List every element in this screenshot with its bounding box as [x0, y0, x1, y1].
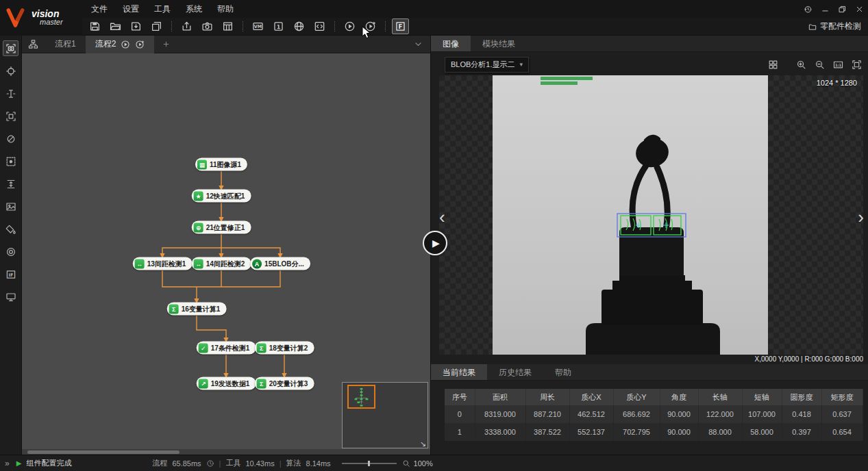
run-flow-continuous-icon[interactable]	[135, 40, 145, 49]
next-image-icon[interactable]: ›	[858, 208, 864, 226]
tab-image[interactable]: 图像	[431, 36, 471, 51]
compare-button[interactable]	[767, 58, 780, 71]
image-tab-bar: 图像 模块结果	[431, 36, 868, 52]
project-selector[interactable]: 零配件检测	[808, 21, 861, 32]
blob-tool-button[interactable]	[3, 153, 18, 169]
flow-node-13[interactable]: ↔13间距检测1	[133, 257, 193, 270]
caliper-button[interactable]	[3, 176, 18, 192]
table-row[interactable]: 08319.000887.210462.512686.69290.000122.…	[445, 405, 863, 423]
mouse-cursor	[362, 26, 371, 39]
toolbar-separator	[385, 21, 386, 31]
menu-help[interactable]: 帮助	[210, 0, 241, 18]
zoom-out-button[interactable]	[813, 58, 826, 71]
image-viewport[interactable]: 1024 * 1280	[439, 75, 863, 355]
ellipse-tool-button[interactable]	[3, 244, 18, 259]
flow-node-19[interactable]: ↗19发送数据1	[197, 377, 256, 390]
flow-node-17[interactable]: ✓17条件检测1	[197, 342, 256, 355]
flow-canvas[interactable]: ↘ ▦11图像源1★12快速匹配1⊕21位置修正1↔13间距检测1↔14间距检测…	[22, 53, 430, 455]
minimize-button[interactable]	[817, 0, 834, 18]
flow-node-18[interactable]: Σ18变量计算2	[255, 342, 314, 355]
node-icon: Σ	[257, 343, 266, 353]
flow-editor: 流程1 流程2	[22, 36, 430, 455]
logo-v-icon	[5, 7, 29, 29]
flow-node-20[interactable]: Σ20变量计算3	[255, 377, 314, 390]
add-flow-icon[interactable]	[162, 40, 170, 48]
script-button[interactable]	[311, 18, 328, 34]
tab-history-results[interactable]: 历史结果	[487, 364, 543, 380]
roi-tool-button[interactable]	[3, 108, 18, 124]
display-source-dropdown[interactable]: BLOB分析1.显示二 ▾	[445, 57, 529, 73]
tab-flow-2[interactable]: 流程2	[86, 36, 155, 53]
slider-thumb[interactable]	[368, 461, 370, 466]
tab-module-results[interactable]: 模块结果	[471, 36, 527, 51]
global-comm-button[interactable]	[290, 18, 308, 34]
tab-flow-1[interactable]: 流程1	[45, 36, 86, 53]
save-all-button[interactable]	[148, 18, 165, 34]
flow-node-14[interactable]: ↔14间距检测2	[192, 257, 251, 270]
canvas-zoom-slider[interactable]	[342, 459, 397, 468]
prev-image-icon[interactable]: ‹	[439, 208, 445, 226]
col-header: 面积	[475, 389, 525, 405]
flow-node-15[interactable]: A15BLOB分...	[250, 257, 310, 270]
menu-bar: 文件设置工具系统帮助	[84, 0, 241, 18]
history-button[interactable]	[799, 0, 817, 18]
flow-node-16[interactable]: Σ16变量计算1	[167, 303, 227, 316]
table-cell: 88.000	[698, 423, 742, 441]
expand-status-icon[interactable]: »	[5, 459, 10, 468]
tab-current-results[interactable]: 当前结果	[431, 364, 487, 380]
menu-system[interactable]: 系统	[178, 0, 210, 18]
run-flow-button[interactable]: ▶	[423, 231, 447, 255]
close-button[interactable]	[851, 0, 868, 18]
collapse-flow-icon[interactable]	[413, 39, 423, 49]
run-flow-once-icon[interactable]	[121, 40, 130, 49]
camera-source-button[interactable]	[3, 40, 18, 56]
tab-help[interactable]: 帮助	[543, 364, 583, 380]
minimap-viewport[interactable]	[347, 385, 375, 409]
run-once-button[interactable]	[341, 18, 358, 34]
col-header: 序号	[445, 389, 475, 405]
flow-list-icon[interactable]	[28, 39, 38, 49]
algo-time-value: 8.14ms	[306, 459, 331, 468]
flow-node-21[interactable]: ⊕21位置修正1	[192, 221, 251, 234]
scrollbar-thumb[interactable]	[27, 450, 179, 454]
position-tool-button[interactable]	[3, 86, 18, 101]
image-process-button[interactable]	[3, 199, 18, 214]
menu-file[interactable]: 文件	[84, 0, 115, 18]
calibration-button[interactable]	[3, 63, 18, 79]
flow-node-11[interactable]: ▦11图像源1	[195, 158, 247, 171]
open-button[interactable]	[107, 18, 124, 34]
single-run-button[interactable]: 1	[270, 18, 287, 34]
formula-button[interactable]: F	[392, 18, 409, 34]
image-resolution: 1024 * 1280	[817, 79, 857, 87]
export-button[interactable]	[178, 18, 195, 34]
output-device-button[interactable]	[3, 289, 18, 305]
camera-snapshot-button[interactable]	[199, 18, 216, 34]
fit-view-button[interactable]	[850, 58, 863, 71]
vm-module-button[interactable]: VM	[249, 18, 266, 34]
canvas-horizontal-scrollbar[interactable]	[22, 449, 430, 455]
col-header: 圆形度	[782, 389, 821, 405]
status-bar: » ▶ 组件配置完成 流程 65.85ms | 工具 10.43ms | 算法 …	[0, 455, 868, 471]
flow-node-12[interactable]: ★12快速匹配1	[192, 190, 251, 203]
save-button[interactable]	[86, 18, 103, 34]
minimap-resize-handle[interactable]: ↘	[420, 440, 426, 448]
zoom-in-button[interactable]	[795, 58, 808, 71]
save-as-button[interactable]	[127, 18, 145, 34]
app-logo: vision master	[0, 0, 82, 36]
table-cell: 0.397	[782, 423, 821, 441]
if-logic-button[interactable]: IF	[3, 266, 18, 282]
menu-tools[interactable]: 工具	[147, 0, 178, 18]
menu-settings[interactable]: 设置	[115, 0, 147, 18]
table-row[interactable]: 13338.000387.522552.137702.79590.00088.0…	[445, 423, 863, 441]
node-icon: Σ	[257, 379, 266, 388]
display-source-label: BLOB分析1.显示二	[451, 60, 515, 70]
data-table-button[interactable]	[219, 18, 236, 34]
restore-button[interactable]	[834, 0, 851, 18]
minimap-preview	[349, 386, 374, 407]
circle-find-button[interactable]	[3, 131, 18, 147]
tool-time-value: 10.43ms	[245, 459, 274, 468]
fill-button[interactable]	[3, 221, 18, 237]
one-to-one-button[interactable]: 1:1	[832, 58, 845, 71]
project-folder-icon	[808, 23, 817, 31]
minimap[interactable]: ↘	[342, 382, 428, 448]
